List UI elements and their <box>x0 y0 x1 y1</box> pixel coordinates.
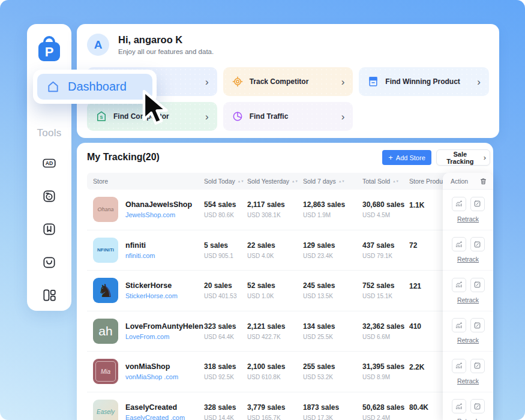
action-row: Retrack <box>443 311 493 352</box>
sort-icon[interactable]: ▲▼ <box>338 180 345 183</box>
pie-chart-icon <box>232 110 244 122</box>
store-avatar: ah <box>93 319 118 344</box>
snapshot-icon[interactable] <box>40 187 58 205</box>
table-row[interactable]: ah LoveFromAuntyHelen LoveFrom.com 323 s… <box>87 311 483 352</box>
sale-tracking-button[interactable]: Sale Tracking › <box>436 149 490 166</box>
store-name: EaselyCreated <box>125 403 185 412</box>
edit-button[interactable] <box>470 318 485 332</box>
chevron-right-icon: › <box>205 112 209 122</box>
edit-button[interactable] <box>470 359 485 373</box>
chart-button[interactable] <box>452 359 466 373</box>
store-avatar: Mia <box>93 359 118 384</box>
sidebar-item-dashboard[interactable]: Dashboard <box>33 70 157 104</box>
greeting-title: Hi, angaroo K <box>118 34 214 46</box>
app-canvas: P Tools AD A Hi, angaroo K <box>0 0 525 420</box>
plus-icon: + <box>388 154 393 161</box>
table-row[interactable]: NFiNiTi nfiniti nfiniti.com 5 salesUSD 9… <box>87 230 483 271</box>
chart-button[interactable] <box>452 399 466 413</box>
action-row: Retrack <box>443 190 493 230</box>
chevron-right-icon: › <box>205 77 209 87</box>
action-row: Retrack <box>443 352 493 392</box>
store-domain-link[interactable]: vonMiaShop .com <box>125 373 178 380</box>
table-row[interactable]: ♞ StickerHorse StickerHorse.com 20 sales… <box>87 271 483 311</box>
store-avatar: Easely <box>93 400 118 420</box>
sidebar: P Tools AD <box>27 24 71 311</box>
svg-text:P: P <box>45 44 54 59</box>
store-domain-link[interactable]: EaselyCreated .com <box>125 414 185 420</box>
store-domain-link[interactable]: LoveFrom.com <box>125 333 203 340</box>
store-name: LoveFromAuntyHelen <box>125 322 203 331</box>
column-store: Store <box>87 178 204 185</box>
feature-card-find-traffic[interactable]: Find Traffic › <box>223 102 353 131</box>
action-row: Retrack <box>443 230 493 271</box>
action-row: Retrack <box>443 271 493 311</box>
chart-button[interactable] <box>452 278 466 292</box>
chart-button[interactable] <box>452 318 466 332</box>
feature-card-find-winning-product[interactable]: Find Winning Product › <box>359 67 489 96</box>
column-total-sold: Total Sold▲▼ <box>362 178 409 185</box>
table-header: Store Sold Today▲▼ Sold Yesterday▲▼ Sold… <box>87 173 483 190</box>
store-name: vonMiaShop <box>125 362 178 371</box>
chevron-right-icon: › <box>477 77 481 87</box>
retrack-link[interactable]: Retrack <box>457 377 479 385</box>
feature-card-find-competitor[interactable]: S Find Competitor › <box>87 102 217 131</box>
column-sold-7-days: Sold 7 days▲▼ <box>303 178 362 185</box>
edit-button[interactable] <box>470 237 485 251</box>
my-tracking-card: My Tracking(20) + Add Store Sale Trackin… <box>77 143 493 420</box>
store-avatar: Ohana <box>93 197 118 222</box>
store-name: OhanaJewelsShop <box>125 200 192 209</box>
chevron-right-icon: › <box>341 77 345 87</box>
trash-icon[interactable] <box>479 177 487 185</box>
tools-section-label: Tools <box>37 127 61 139</box>
retrack-link[interactable]: Retrack <box>457 418 479 420</box>
svg-text:S: S <box>100 115 103 120</box>
greeting-subtitle: Enjoy all our features and data. <box>118 48 214 55</box>
action-column-label: Action <box>451 178 468 185</box>
column-sold-yesterday: Sold Yesterday▲▼ <box>247 178 303 185</box>
target-icon <box>232 76 244 88</box>
dashboard-label: Dashboard <box>68 80 127 94</box>
add-store-button[interactable]: + Add Store <box>382 150 431 165</box>
action-panel: Action Retrack Retrack Retrack <box>443 173 493 420</box>
table-body: Ohana OhanaJewelsShop JewelsShop.com 554… <box>87 190 483 420</box>
edit-button[interactable] <box>470 197 485 211</box>
home-icon <box>46 80 60 94</box>
retrack-link[interactable]: Retrack <box>457 337 479 344</box>
store-domain-link[interactable]: JewelsShop.com <box>125 211 192 218</box>
ad-icon[interactable]: AD <box>40 154 58 172</box>
sort-icon[interactable]: ▲▼ <box>238 180 244 183</box>
app-logo-icon[interactable]: P <box>37 35 62 62</box>
store-avatar: ♞ <box>93 278 118 303</box>
edit-button[interactable] <box>470 399 485 413</box>
store-name: StickerHorse <box>125 281 178 290</box>
store-domain-link[interactable]: StickerHorse.com <box>125 292 178 299</box>
retrack-link[interactable]: Retrack <box>457 215 479 223</box>
shopping-bag-icon[interactable] <box>40 253 58 271</box>
svg-text:AD: AD <box>46 160 53 166</box>
retrack-link[interactable]: Retrack <box>457 296 479 304</box>
table-row[interactable]: Ohana OhanaJewelsShop JewelsShop.com 554… <box>87 190 483 230</box>
retrack-link[interactable]: Retrack <box>457 256 479 263</box>
store-avatar: NFiNiTi <box>93 238 118 263</box>
archive-icon <box>367 76 379 88</box>
layout-icon[interactable] <box>40 286 58 304</box>
chart-button[interactable] <box>452 237 466 251</box>
shop-icon: S <box>95 110 107 122</box>
table-row[interactable]: Mia vonMiaShop vonMiaShop .com 318 sales… <box>87 352 483 392</box>
table-row[interactable]: Easely EaselyCreated EaselyCreated .com … <box>87 392 483 420</box>
store-name: nfiniti <box>125 241 155 250</box>
chart-button[interactable] <box>452 197 466 211</box>
bookmark-icon[interactable] <box>40 220 58 238</box>
edit-button[interactable] <box>470 278 485 292</box>
column-sold-today: Sold Today▲▼ <box>204 178 247 185</box>
chevron-right-icon: › <box>341 112 345 122</box>
sort-icon[interactable]: ▲▼ <box>392 180 399 183</box>
user-avatar[interactable]: A <box>87 34 109 56</box>
feature-card-track-competitor[interactable]: Track Competitor › <box>223 67 353 96</box>
chevron-right-icon: › <box>484 153 486 162</box>
action-row: Retrack <box>443 392 493 420</box>
store-domain-link[interactable]: nfiniti.com <box>125 252 155 259</box>
tracking-title: My Tracking(20) <box>87 152 160 163</box>
sort-icon[interactable]: ▲▼ <box>292 180 298 183</box>
